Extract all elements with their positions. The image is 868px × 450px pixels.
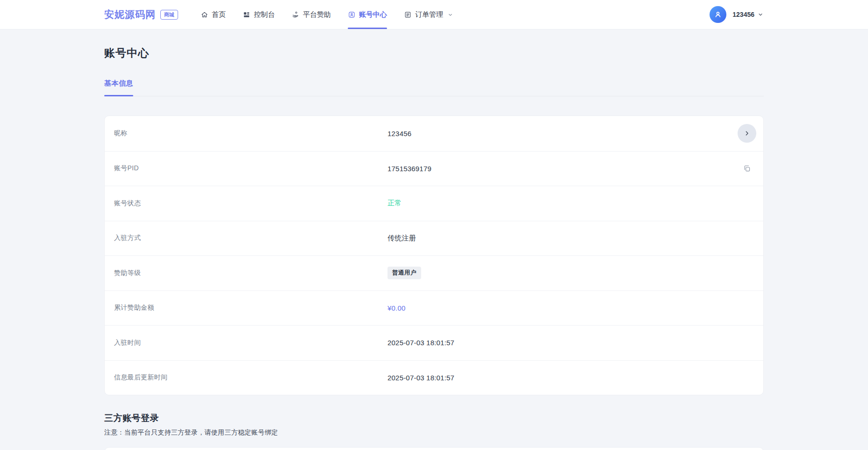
row-label: 累计赞助金额: [105, 304, 154, 312]
row-label: 入驻时间: [105, 339, 141, 347]
row-value: 正常: [387, 199, 402, 208]
row-value: 17515369179: [387, 165, 431, 173]
nav-item-label: 平台赞助: [303, 10, 331, 19]
table-row: 账号PID17515369179: [105, 151, 763, 186]
basic-info-card: 昵称123456账号PID17515369179账号状态正常入驻方式传统注册赞助…: [104, 116, 764, 395]
user-avatar: [710, 6, 726, 23]
nav-item-label: 订单管理: [415, 10, 443, 19]
tab-bar: 基本信息: [104, 79, 764, 96]
table-row: 账号状态正常: [105, 186, 763, 221]
row-label: 账号状态: [105, 199, 141, 208]
row-label: 信息最后更新时间: [105, 373, 167, 382]
row-label: 入驻方式: [105, 234, 141, 242]
nav-item-sponsor[interactable]: 平台赞助: [292, 0, 331, 29]
account-icon: [348, 11, 356, 19]
page-title: 账号中心: [104, 46, 764, 60]
third-party-note: 注意：当前平台只支持三方登录，请使用三方稳定账号绑定: [104, 428, 764, 437]
row-label: 昵称: [105, 129, 128, 138]
row-value: 2025-07-03 18:01:57: [387, 374, 454, 382]
site-logo[interactable]: 安妮源码网 商城: [104, 8, 178, 21]
sponsor-icon: [292, 11, 300, 19]
user-menu[interactable]: 123456: [710, 6, 764, 23]
tab-basic-info[interactable]: 基本信息: [104, 79, 133, 96]
chevron-down-icon: [757, 11, 764, 18]
site-logo-text: 安妮源码网: [104, 8, 156, 21]
table-row: 赞助等级普通用户: [105, 255, 763, 290]
main-nav: 首页控制台平台赞助账号中心订单管理: [201, 0, 470, 29]
site-logo-badge: 商城: [160, 10, 178, 20]
table-row: 信息最后更新时间2025-07-03 18:01:57: [105, 360, 763, 395]
table-row: 昵称123456: [105, 116, 763, 151]
row-value: 2025-07-03 18:01:57: [387, 339, 454, 347]
row-label: 赞助等级: [105, 269, 141, 277]
orders-icon: [404, 11, 412, 19]
row-value: 123456: [387, 130, 411, 138]
table-row: 入驻时间2025-07-03 18:01:57: [105, 325, 763, 360]
table-row: 入驻方式传统注册: [105, 221, 763, 256]
username-label: 123456: [732, 11, 754, 18]
nav-item-console[interactable]: 控制台: [243, 0, 275, 29]
table-row: 累计赞助金额¥0.00: [105, 290, 763, 326]
console-icon: [243, 11, 251, 19]
nav-item-label: 控制台: [254, 10, 275, 19]
nav-item-orders[interactable]: 订单管理: [404, 0, 453, 29]
chevron-down-icon: [447, 12, 453, 18]
third-party-section-title: 三方账号登录: [104, 412, 764, 424]
third-party-card: [104, 447, 764, 450]
row-label: 账号PID: [105, 164, 139, 173]
chevron-right-icon: [743, 130, 751, 137]
copy-icon: [743, 164, 751, 173]
row-value: 传统注册: [387, 234, 416, 243]
home-icon: [201, 11, 208, 19]
page-content: 账号中心 基本信息 昵称123456账号PID17515369179账号状态正常…: [0, 46, 868, 450]
row-chevron-button[interactable]: [738, 124, 756, 143]
nav-item-home[interactable]: 首页: [201, 0, 226, 29]
nav-item-label: 账号中心: [359, 10, 387, 19]
row-value: ¥0.00: [387, 304, 406, 312]
top-header: 安妮源码网 商城 首页控制台平台赞助账号中心订单管理 123456: [0, 0, 868, 29]
nav-item-account[interactable]: 账号中心: [348, 0, 387, 29]
nav-item-label: 首页: [212, 10, 226, 19]
row-value: 普通用户: [387, 267, 421, 279]
person-icon: [713, 9, 723, 20]
copy-button[interactable]: [743, 164, 751, 173]
